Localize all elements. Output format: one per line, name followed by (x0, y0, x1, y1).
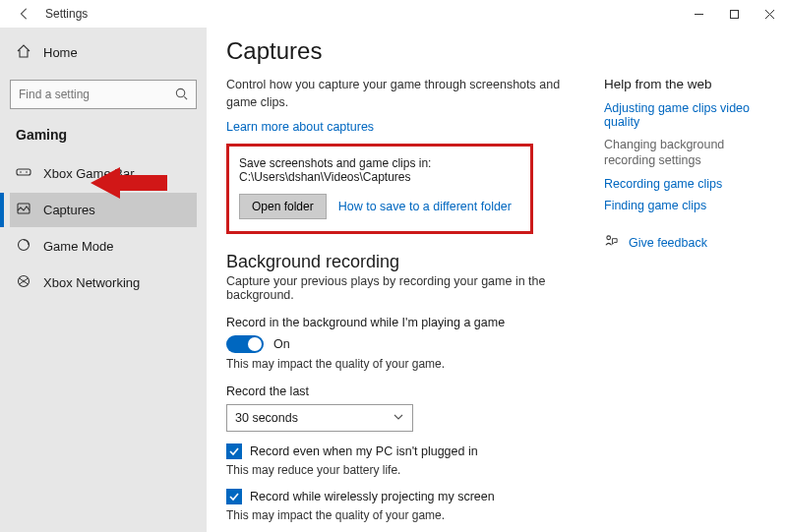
home-icon (16, 43, 31, 62)
svg-rect-2 (17, 169, 30, 175)
sidebar-section: Gaming (16, 127, 191, 143)
help-heading: Help from the web (604, 77, 771, 91)
svg-rect-0 (730, 10, 738, 18)
bg-toggle-state: On (273, 337, 290, 351)
svg-point-4 (26, 171, 28, 173)
plugged-in-checkbox[interactable] (226, 443, 242, 459)
plugged-in-hint: This may reduce your battery life. (226, 463, 590, 477)
svg-point-1 (176, 89, 184, 96)
sidebar-item-label: Game Mode (43, 239, 114, 254)
help-text-bg-settings: Changing background recording settings (604, 137, 771, 169)
window-controls (681, 0, 787, 28)
wireless-project-label: Record while wirelessly projecting my sc… (250, 490, 495, 503)
sidebar-item-label: Xbox Game Bar (43, 166, 135, 181)
sidebar-item-label: Xbox Networking (43, 275, 140, 290)
learn-more-link[interactable]: Learn more about captures (226, 120, 374, 134)
xbox-networking-icon (16, 273, 31, 292)
back-icon[interactable] (18, 7, 31, 21)
window-title: Settings (45, 7, 88, 21)
home-label: Home (43, 45, 78, 60)
captures-icon (16, 201, 31, 219)
home-nav[interactable]: Home (10, 35, 197, 70)
background-recording-heading: Background recording (226, 252, 590, 272)
help-link-quality[interactable]: Adjusting game clips video quality (604, 101, 771, 129)
close-button[interactable] (752, 0, 787, 28)
sidebar-item-xbox-networking[interactable]: Xbox Networking (10, 266, 197, 300)
background-recording-sub: Capture your previous plays by recording… (226, 274, 590, 302)
feedback-icon (604, 234, 619, 252)
help-panel: Help from the web Adjusting game clips v… (604, 37, 771, 522)
sidebar-item-label: Captures (43, 203, 95, 217)
main-content: Captures Control how you capture your ga… (226, 37, 604, 522)
save-location-text: Save screenshots and game clips in: C:\U… (239, 156, 520, 184)
help-link-finding[interactable]: Finding game clips (604, 199, 771, 212)
title-bar: Settings (0, 0, 787, 28)
record-last-value: 30 seconds (235, 411, 298, 425)
wireless-project-checkbox[interactable] (226, 489, 242, 504)
sidebar-item-captures[interactable]: Captures (10, 193, 197, 227)
sidebar-item-game-mode[interactable]: Game Mode (10, 229, 197, 264)
game-mode-icon (16, 237, 31, 256)
bg-toggle-hint: This may impact the quality of your game… (226, 357, 590, 371)
record-last-select[interactable]: 30 seconds (226, 404, 413, 432)
intro-text: Control how you capture your game throug… (226, 77, 590, 111)
svg-point-8 (607, 235, 611, 239)
svg-point-3 (20, 171, 22, 173)
plugged-in-label: Record even when my PC isn't plugged in (250, 444, 478, 458)
chevron-down-icon (393, 411, 404, 426)
minimize-button[interactable] (681, 0, 716, 28)
wireless-project-hint: This may impact the quality of your game… (226, 508, 590, 522)
page-title: Captures (226, 37, 590, 65)
sidebar-item-xbox-game-bar[interactable]: Xbox Game Bar (10, 156, 197, 191)
give-feedback-link[interactable]: Give feedback (629, 236, 707, 250)
highlighted-box: Save screenshots and game clips in: C:\U… (226, 144, 533, 234)
help-link-recording[interactable]: Recording game clips (604, 177, 771, 191)
bg-record-toggle[interactable] (226, 335, 264, 353)
search-input[interactable] (10, 80, 197, 109)
open-folder-button[interactable]: Open folder (239, 194, 327, 219)
svg-point-7 (19, 276, 30, 287)
search-icon (174, 87, 189, 104)
xbox-game-bar-icon (16, 164, 31, 183)
sidebar: Home Gaming Xbox Game Bar (0, 28, 207, 532)
howto-save-link[interactable]: How to save to a different folder (338, 200, 512, 213)
maximize-button[interactable] (716, 0, 752, 28)
bg-toggle-label: Record in the background while I'm playi… (226, 316, 590, 329)
record-last-label: Record the last (226, 384, 590, 398)
